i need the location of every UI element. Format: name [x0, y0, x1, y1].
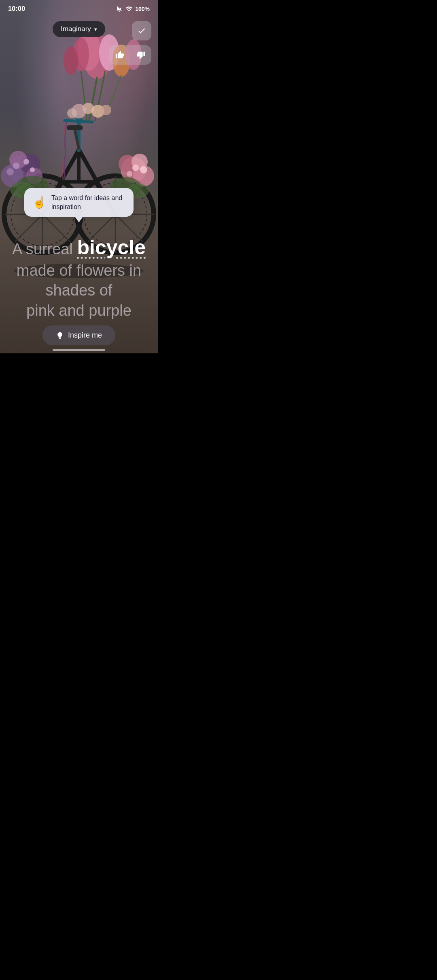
svg-point-24 [13, 163, 19, 169]
tooltip-text: Tap a word for ideas and inspiration [51, 194, 125, 211]
battery-percent: 100% [135, 6, 150, 12]
svg-point-49 [101, 105, 111, 115]
prompt-line-1: A surreal bicycle [10, 235, 148, 260]
prompt-line-2: made of flowers in [10, 261, 148, 281]
confirm-button[interactable] [132, 21, 151, 40]
svg-point-32 [132, 165, 139, 171]
feedback-buttons [109, 45, 151, 65]
top-controls: Imaginary ▾ [0, 21, 158, 37]
notification-muted-icon [116, 5, 123, 13]
svg-point-25 [23, 159, 29, 165]
svg-rect-18 [67, 125, 83, 130]
thumbs-up-icon [115, 51, 124, 59]
thumbs-down-button[interactable] [130, 45, 151, 65]
wifi-icon [125, 5, 133, 13]
prompt-line-4: pink and purple [10, 301, 148, 321]
svg-point-27 [30, 167, 35, 172]
chevron-down-icon: ▾ [94, 26, 97, 32]
status-icons: 100% [116, 5, 150, 13]
prompt-word-surreal[interactable]: A surreal [12, 241, 77, 258]
tap-gesture-icon: ☝ [32, 196, 47, 209]
home-indicator [53, 349, 105, 351]
svg-point-26 [6, 168, 14, 175]
prompt-word-shades[interactable]: shades of [46, 282, 112, 299]
category-label: Imaginary [61, 25, 91, 33]
svg-point-34 [140, 166, 147, 173]
check-icon [137, 26, 146, 35]
status-time: 10:00 [8, 5, 25, 13]
thumbs-up-button[interactable] [109, 45, 130, 65]
tooltip-bubble: ☝ Tap a word for ideas and inspiration [24, 188, 134, 217]
svg-point-50 [67, 108, 77, 118]
inspire-me-button[interactable]: Inspire me [42, 325, 115, 345]
inspire-label: Inspire me [68, 331, 102, 340]
prompt-word-flowers[interactable]: made of flowers in [17, 262, 141, 279]
svg-line-16 [65, 120, 92, 122]
prompt-line-3: shades of [10, 281, 148, 300]
prompt-word-bicycle[interactable]: bicycle [77, 236, 146, 259]
svg-point-41 [64, 46, 78, 75]
lightbulb-icon [56, 332, 64, 340]
category-dropdown[interactable]: Imaginary ▾ [53, 21, 105, 37]
prompt-word-colors[interactable]: pink and purple [26, 302, 132, 319]
svg-point-33 [127, 171, 132, 177]
prompt-display: A surreal bicycle made of flowers in sha… [0, 235, 158, 321]
status-bar: 10:00 100% [0, 0, 158, 18]
thumbs-down-icon [136, 51, 145, 59]
